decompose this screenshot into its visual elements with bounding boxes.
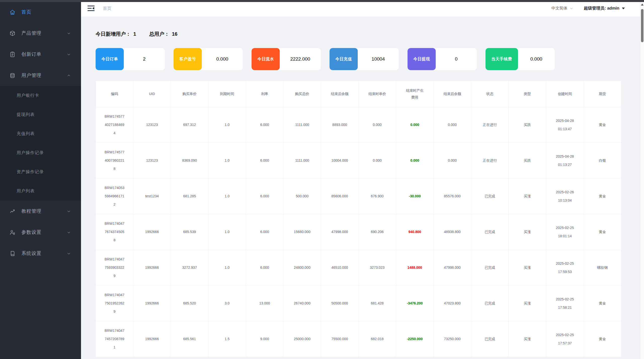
sidebar-item-orders[interactable]: 创新订单 <box>0 44 81 65</box>
stat-card-value: 0 <box>436 48 477 70</box>
stat-card-label: 今日订单 <box>96 48 124 70</box>
stat-card-label: 当天手续费 <box>486 48 518 70</box>
cell-end-price: 681.428 <box>358 286 396 321</box>
user-menu[interactable]: 超级管理员: admin <box>584 6 625 11</box>
sidebar: 首页产品管理创新订单用户管理用户银行卡提现列表充值列表用户操作记录资产操作记录用… <box>0 0 81 359</box>
stat-card-label: 今日提现 <box>408 48 436 70</box>
sidebar-subitem[interactable]: 资产操作记录 <box>0 162 81 182</box>
cell-futures: 黄金 <box>584 178 621 214</box>
sidebar-item-products[interactable]: 产品管理 <box>0 23 81 44</box>
sidebar-item-label: 首页 <box>21 9 71 15</box>
cell-buy-total: 25000.000 <box>284 321 321 357</box>
column-header: 结束时单价 <box>358 81 396 107</box>
cell-balance-after: 46510.000 <box>321 250 358 286</box>
sidebar-item-label: 创新订单 <box>21 51 67 58</box>
column-header: 购买单价 <box>171 81 208 107</box>
cell-buy-total: 24800.000 <box>284 250 321 286</box>
table-row: BRW17457740271884694123123697.3121.06.00… <box>96 107 621 143</box>
content-area: 今日新增用户： 1 总用户： 16 今日订单2客户盈亏0.000今日流水2222… <box>81 17 644 359</box>
cell-balance-after: 8893.000 <box>321 107 358 143</box>
sidebar-item-params[interactable]: 参数设置 <box>0 222 81 243</box>
scrollbar-thumb[interactable] <box>641 9 643 42</box>
cell-expire-time: 1.0 <box>208 250 246 286</box>
cell-created: 2025-02-25 17:57:37 <box>546 321 584 357</box>
cell-balance-after: 75500.000 <box>321 321 358 357</box>
cell-end-fee: 940.800 <box>396 214 433 250</box>
cell-end-balance: 0.000 <box>433 107 471 143</box>
sidebar-item-system[interactable]: 系统设置 <box>0 243 81 264</box>
column-header: UID <box>133 81 171 107</box>
cell-buy-price: 685.539 <box>171 214 208 250</box>
cell-rate: 6.000 <box>246 250 283 286</box>
cell-uid: test1234 <box>133 178 171 214</box>
cell-type: 买涨 <box>509 286 546 321</box>
sidebar-collapse-icon[interactable] <box>87 5 95 12</box>
chevron-up-icon <box>67 73 71 78</box>
clipboard-icon <box>9 51 16 58</box>
sidebar-subitem[interactable]: 用户操作记录 <box>0 143 81 162</box>
sidebar-subitem[interactable]: 用户列表 <box>0 182 81 201</box>
stat-card-value: 10004 <box>358 48 399 70</box>
cell-balance-after: 85606.000 <box>321 178 358 214</box>
stat-card-today-orders: 今日订单2 <box>96 48 165 70</box>
cell-code: BRW17457740271884694 <box>96 107 133 143</box>
cell-status: 已完成 <box>471 286 509 321</box>
sidebar-item-label: 参数设置 <box>21 229 67 236</box>
column-header: 结束后余额 <box>433 81 471 107</box>
new-users-label: 今日新增用户： <box>96 31 131 37</box>
cell-created: 2025-02-26 10:13:04 <box>546 178 584 214</box>
chevron-down-icon <box>67 209 71 213</box>
cell-expire-time: 1.0 <box>208 178 246 214</box>
cell-uid: 1992666 <box>133 214 171 250</box>
language-selector[interactable]: 中文简体 <box>551 6 573 11</box>
scrollbar[interactable] <box>640 0 644 359</box>
column-header: 购买总价 <box>284 81 321 107</box>
cell-uid: 1992666 <box>133 250 171 286</box>
cell-buy-price: 685.520 <box>171 286 208 321</box>
total-users-label: 总用户： <box>149 31 169 37</box>
cell-end-balance: 85576.000 <box>433 178 471 214</box>
cell-end-fee: 1488.000 <box>396 250 433 286</box>
cell-created: 2025-02-25 18:01:14 <box>546 214 584 250</box>
sidebar-item-home[interactable]: 首页 <box>0 2 81 23</box>
column-header: 类型 <box>509 81 546 107</box>
stat-card-label: 客户盈亏 <box>174 48 202 70</box>
cell-end-balance: 48938.800 <box>433 214 471 250</box>
sidebar-item-tutorials[interactable]: 教程管理 <box>0 201 81 222</box>
sidebar-subitem[interactable]: 用户银行卡 <box>0 86 81 105</box>
scroll-up-arrow-icon[interactable] <box>641 4 643 6</box>
chevron-down-icon <box>570 7 573 10</box>
column-header: 结束时产生费用 <box>396 81 433 107</box>
cell-type: 买涨 <box>509 214 546 250</box>
cell-type: 买涨 <box>509 178 546 214</box>
cell-end-balance: 47998.000 <box>433 250 471 286</box>
sidebar-subitem[interactable]: 提现列表 <box>0 105 81 124</box>
cell-uid: 1992666 <box>133 286 171 321</box>
coins-icon <box>9 72 16 79</box>
sidebar-item-users[interactable]: 用户管理 <box>0 65 81 86</box>
top-header: 首页 中文简体 超级管理员: admin <box>81 0 644 17</box>
cell-status: 已完成 <box>471 178 509 214</box>
cell-balance-after: 47998.000 <box>321 214 358 250</box>
stat-card-value: 2 <box>124 48 165 70</box>
table-row: BRW174047750195226291992666685.5203.013.… <box>96 286 621 321</box>
chevron-down-icon <box>67 230 71 235</box>
orders-table-wrap: 编码UID购买单价到期时间利率购买总价结束后余额结束时单价结束时产生费用结束后余… <box>96 81 621 357</box>
cell-end-balance: 0.000 <box>433 143 471 178</box>
cell-balance-after: 50500.000 <box>321 286 358 321</box>
cell-rate: 6.000 <box>246 178 283 214</box>
sidebar-subitem[interactable]: 充值列表 <box>0 124 81 143</box>
cell-futures: 黄金 <box>584 286 621 321</box>
cell-buy-total: 26740.000 <box>284 286 321 321</box>
cell-code: BRW17404775019522629 <box>96 286 133 321</box>
cell-type: 买跌 <box>509 107 546 143</box>
trend-icon <box>9 208 16 214</box>
table-row: BRW174577400736022181231238369.0901.06.0… <box>96 143 621 178</box>
cell-buy-price: 685.561 <box>171 321 208 357</box>
sidebar-menu: 首页产品管理创新订单用户管理用户银行卡提现列表充值列表用户操作记录资产操作记录用… <box>0 0 81 264</box>
column-header: 编码 <box>96 81 133 107</box>
breadcrumb[interactable]: 首页 <box>103 6 111 11</box>
cell-expire-time: 1.5 <box>208 321 246 357</box>
stat-card-today-withdraw: 今日提现0 <box>408 48 477 70</box>
cell-expire-time: 1.0 <box>208 214 246 250</box>
